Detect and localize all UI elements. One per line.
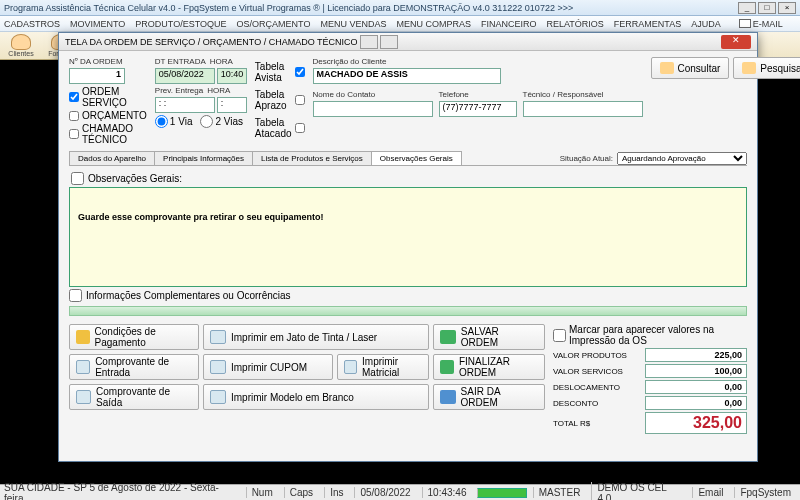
menu-financeiro[interactable]: FINANCEIRO xyxy=(481,19,537,29)
tab-dados-aparelho[interactable]: Dados do Aparelho xyxy=(69,151,155,165)
status-location: SUA CIDADE - SP 5 de Agosto de 2022 - Se… xyxy=(4,482,234,501)
close-button[interactable]: × xyxy=(778,2,796,14)
imprimir-matricial-button[interactable]: Imprimir Matricial xyxy=(337,354,429,380)
via1-radio[interactable]: 1 Via xyxy=(155,115,193,128)
menu-relatorios[interactable]: RELATÓRIOS xyxy=(546,19,603,29)
menu-movimento[interactable]: MOVIMENTO xyxy=(70,19,125,29)
printer-icon xyxy=(344,360,357,374)
search-icon xyxy=(742,62,756,74)
tabela-avista-checkbox[interactable]: Tabela Avista xyxy=(255,61,305,83)
maximize-button[interactable]: □ xyxy=(758,2,776,14)
minimize-button[interactable]: _ xyxy=(738,2,756,14)
separator-bar xyxy=(69,306,747,316)
email-button[interactable]: E-MAIL xyxy=(739,19,783,29)
progress-bar xyxy=(477,488,526,498)
tab-observacoes[interactable]: Observações Gerais xyxy=(371,151,462,165)
info-complement-checkbox[interactable] xyxy=(69,289,82,302)
obs-textarea[interactable]: Guarde esse comprovante pra retirar o se… xyxy=(69,187,747,287)
hora-field[interactable]: 10:40 xyxy=(217,68,247,84)
menu-ferramentas[interactable]: FERRAMENTAS xyxy=(614,19,681,29)
tab-strip: Dados do Aparelho Principais Informações… xyxy=(69,151,747,166)
printer-icon xyxy=(210,330,226,344)
dialog-titlebar: TELA DA ORDEM DE SERVIÇO / ORÇAMENTO / C… xyxy=(59,33,757,51)
os-dialog: TELA DA ORDEM DE SERVIÇO / ORÇAMENTO / C… xyxy=(58,32,758,462)
prev-hora-field[interactable]: : xyxy=(217,97,247,113)
printer-icon xyxy=(210,390,226,404)
printer-icon xyxy=(210,360,226,374)
imprimir-cupom-button[interactable]: Imprimir CUPOM xyxy=(203,354,333,380)
orcamento-checkbox[interactable]: ORÇAMENTO xyxy=(69,110,147,121)
flag-icon xyxy=(440,360,454,374)
cond-pagamento-button[interactable]: Condições de Pagamento xyxy=(69,324,199,350)
statusbar: SUA CIDADE - SP 5 de Agosto de 2022 - Se… xyxy=(0,484,800,500)
contato-field[interactable] xyxy=(313,101,433,117)
comprovante-entrada-button[interactable]: Comprovante de Entrada xyxy=(69,354,199,380)
valor-produtos-field[interactable]: 225,00 xyxy=(645,348,747,362)
desconto-field[interactable]: 0,00 xyxy=(645,396,747,410)
search-icon xyxy=(660,62,674,74)
chamado-tecnico-checkbox[interactable]: CHAMADO TÉCNICO xyxy=(69,123,147,145)
menu-produto[interactable]: PRODUTO/ESTOQUE xyxy=(135,19,226,29)
pesquisar-button[interactable]: Pesquisar xyxy=(733,57,800,79)
menu-compras[interactable]: MENU COMPRAS xyxy=(396,19,471,29)
menu-os[interactable]: OS/ORÇAMENTO xyxy=(237,19,311,29)
imprimir-modelo-button[interactable]: Imprimir Modelo em Branco xyxy=(203,384,429,410)
menu-cadastros[interactable]: CADASTROS xyxy=(4,19,60,29)
dialog-title: TELA DA ORDEM DE SERVIÇO / ORÇAMENTO / C… xyxy=(65,37,358,47)
exit-icon xyxy=(440,390,456,404)
telefone-field[interactable]: (77)7777-7777 xyxy=(439,101,517,117)
tabela-aprazo-checkbox[interactable]: Tabela Aprazo xyxy=(255,89,305,111)
comprovante-saida-button[interactable]: Comprovante de Saída xyxy=(69,384,199,410)
menubar: CADASTROS MOVIMENTO PRODUTO/ESTOQUE OS/O… xyxy=(0,16,800,32)
main-titlebar: Programa Assistência Técnica Celular v4.… xyxy=(0,0,800,16)
cliente-field[interactable]: MACHADO DE ASSIS xyxy=(313,68,501,84)
tab-principais-info[interactable]: Principais Informações xyxy=(154,151,253,165)
salvar-ordem-button[interactable]: SALVAR ORDEM xyxy=(433,324,545,350)
sair-ordem-button[interactable]: SAIR DA ORDEM xyxy=(433,384,545,410)
document-icon xyxy=(76,390,91,404)
app-title: Programa Assistência Técnica Celular v4.… xyxy=(4,3,573,13)
n-ordem-label: Nº DA ORDEM xyxy=(69,57,147,66)
coins-icon xyxy=(76,330,90,344)
mail-icon xyxy=(739,19,751,28)
valor-servicos-field[interactable]: 100,00 xyxy=(645,364,747,378)
dialog-close[interactable]: ✕ xyxy=(721,35,751,49)
ordem-servico-checkbox[interactable]: ORDEM SERVIÇO xyxy=(69,86,147,108)
n-ordem-field[interactable]: 1 xyxy=(69,68,125,84)
dialog-minimize[interactable] xyxy=(360,35,378,49)
obs-gerais-checkbox[interactable] xyxy=(71,172,84,185)
marcar-impressao-checkbox[interactable]: Marcar para aparecer valores na Impressã… xyxy=(553,324,747,346)
situacao-select[interactable]: Aguardando Aprovação xyxy=(617,152,747,165)
menu-vendas[interactable]: MENU VENDAS xyxy=(320,19,386,29)
clientes-button[interactable]: Clientes xyxy=(2,34,40,57)
dialog-maximize[interactable] xyxy=(380,35,398,49)
imprimir-jato-button[interactable]: Imprimir em Jato de Tinta / Laser xyxy=(203,324,429,350)
finalizar-ordem-button[interactable]: FINALIZAR ORDEM xyxy=(433,354,545,380)
menu-ajuda[interactable]: AJUDA xyxy=(691,19,721,29)
dt-entrada-field[interactable]: 05/08/2022 xyxy=(155,68,215,84)
deslocamento-field[interactable]: 0,00 xyxy=(645,380,747,394)
document-icon xyxy=(76,360,90,374)
check-icon xyxy=(440,330,456,344)
via2-radio[interactable]: 2 Vias xyxy=(200,115,243,128)
tabela-atacado-checkbox[interactable]: Tabela Atacado xyxy=(255,117,305,139)
tecnico-field[interactable] xyxy=(523,101,643,117)
consultar-button[interactable]: Consultar xyxy=(651,57,730,79)
prev-entrega-field[interactable]: : : xyxy=(155,97,215,113)
tab-lista-produtos[interactable]: Lista de Produtos e Serviços xyxy=(252,151,372,165)
total-field: 325,00 xyxy=(645,412,747,434)
